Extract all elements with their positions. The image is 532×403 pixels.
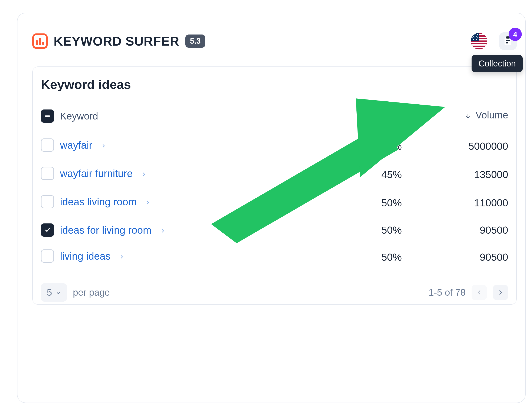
perpage-value: 5 [47, 287, 52, 298]
svg-point-11 [477, 34, 478, 35]
pagination-range: 1-5 of 78 [429, 287, 466, 298]
keyword-link[interactable]: ideas living room [60, 196, 137, 208]
table-row: living ideas50%90500 [33, 243, 516, 271]
svg-rect-6 [471, 44, 487, 46]
row-checkbox[interactable] [41, 195, 54, 208]
card-title: Keyword ideas [33, 77, 516, 102]
table-footer: 5 per page 1-5 of 78 [33, 271, 516, 304]
table-row: wayfair furniture45%135000 [33, 160, 516, 189]
col-volume-label: Volume [476, 110, 508, 121]
volume-cell: 90500 [410, 217, 516, 243]
collection-button-wrap: 4 Collection [499, 32, 517, 50]
chevron-right-icon [160, 224, 165, 236]
chevron-down-icon [56, 287, 61, 298]
keyword-link[interactable]: wayfair [60, 139, 92, 151]
col-overlap-label: ap [391, 110, 402, 121]
brand-logo-icon [32, 33, 48, 49]
volume-cell: 90500 [410, 243, 516, 271]
select-all-checkbox[interactable] [41, 110, 54, 123]
svg-point-18 [476, 39, 477, 40]
topbar: KEYWORD SURFER 5.3 [32, 32, 517, 50]
row-checkbox[interactable] [41, 223, 54, 237]
version-badge: 5.3 [185, 34, 205, 48]
row-checkbox[interactable] [41, 167, 54, 180]
svg-point-10 [475, 34, 475, 35]
svg-point-16 [477, 38, 478, 38]
table-row: ideas living room50%110000 [33, 189, 516, 217]
keyword-link[interactable]: ideas for living room [60, 224, 152, 236]
svg-rect-7 [471, 47, 487, 48]
prev-page-button[interactable] [472, 285, 487, 300]
chevron-right-icon [498, 289, 503, 295]
svg-point-17 [473, 39, 474, 40]
svg-point-12 [473, 36, 474, 37]
overlap-cell: 45% [313, 160, 410, 189]
country-flag-us[interactable] [471, 33, 487, 49]
svg-rect-22 [506, 42, 508, 43]
chevron-right-icon [146, 196, 150, 208]
col-keyword-label: Keyword [60, 110, 98, 122]
row-checkbox[interactable] [41, 138, 54, 152]
chevron-right-icon [119, 250, 124, 262]
overlap-cell: 50% [313, 132, 410, 160]
brand-name: KEYWORD SURFER [54, 34, 179, 49]
svg-rect-5 [471, 42, 487, 43]
keyword-link[interactable]: wayfair furniture [60, 168, 133, 179]
overlap-cell: 50% [313, 217, 410, 243]
volume-cell: 5000000 [410, 132, 516, 160]
keyword-ideas-card: Keyword ideas Keyword ap [32, 66, 517, 305]
row-checkbox[interactable] [41, 249, 54, 263]
col-keyword-header[interactable]: Keyword [33, 102, 313, 132]
panel: KEYWORD SURFER 5.3 [17, 13, 526, 403]
svg-point-15 [475, 38, 475, 38]
sort-desc-icon [465, 110, 471, 121]
volume-cell: 110000 [410, 189, 516, 217]
chevron-right-icon [141, 168, 146, 179]
table-row: ideas for living room50%90500 [33, 217, 516, 243]
svg-point-9 [472, 34, 473, 35]
next-page-button[interactable] [493, 285, 508, 300]
keyword-link[interactable]: living ideas [60, 250, 110, 262]
svg-point-13 [476, 36, 477, 37]
svg-rect-21 [506, 40, 510, 41]
col-volume-header[interactable]: Volume [410, 102, 516, 132]
volume-cell: 135000 [410, 160, 516, 189]
collection-count-badge: 4 [509, 28, 522, 41]
col-overlap-header[interactable]: ap [313, 102, 410, 132]
chevron-left-icon [476, 289, 482, 295]
overlap-cell: 50% [313, 243, 410, 271]
chevron-right-icon [101, 139, 106, 151]
svg-point-14 [472, 38, 473, 38]
perpage-select[interactable]: 5 [41, 283, 67, 302]
table-row: wayfair50%5000000 [33, 132, 516, 160]
perpage-label: per page [73, 287, 110, 298]
keyword-table: Keyword ap Volume wayfair50%5000000wayfa… [33, 102, 516, 271]
collection-tooltip: Collection [472, 55, 523, 72]
overlap-cell: 50% [313, 189, 410, 217]
